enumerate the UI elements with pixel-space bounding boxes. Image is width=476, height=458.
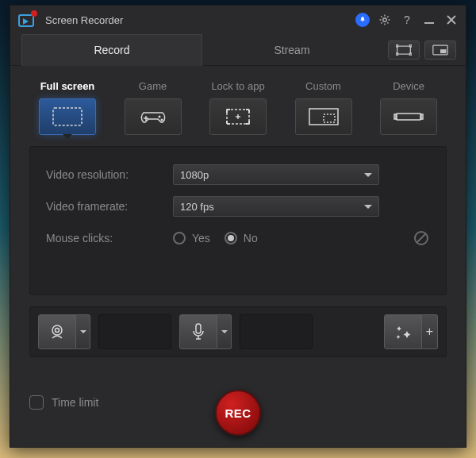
mode-custom[interactable]: Custom [295,80,352,135]
mode-label: Device [393,80,424,92]
mode-label: Game [139,80,167,92]
app-title: Screen Recorder [45,14,348,26]
mode-label: Custom [305,80,341,92]
radio-icon [173,232,186,244]
svg-point-3 [383,18,386,21]
game-icon [125,98,182,135]
effects-button[interactable] [384,314,422,349]
capture-settings-panel: Video resolution: 1080p Video framerate:… [29,146,447,295]
time-limit-label: Time limit [52,396,98,409]
svg-rect-8 [397,46,411,54]
add-overlay-button[interactable]: + [422,314,438,349]
radio-icon [225,232,237,244]
app-logo-icon [17,9,39,31]
mic-level-slot [240,314,313,349]
svg-rect-32 [196,324,201,333]
fullscreen-icon [39,98,96,135]
svg-rect-25 [396,114,421,120]
mode-device[interactable]: Device [380,80,437,135]
record-label: REC [225,406,251,420]
tab-stream[interactable]: Stream [202,34,382,66]
framerate-value: 120 fps [180,201,214,213]
resolution-label: Video resolution: [46,168,173,181]
svg-point-2 [31,10,37,17]
svg-line-29 [417,234,426,243]
tabs-row: Record Stream [10,34,466,66]
close-icon[interactable] [443,12,459,28]
svg-rect-10 [410,44,413,47]
chevron-down-icon [221,330,228,337]
mic-group [179,314,232,349]
mode-label: Full screen [40,80,95,92]
device-icon [380,98,437,135]
svg-rect-15 [53,108,82,125]
svg-rect-24 [324,114,335,122]
mode-fullscreen[interactable]: Full screen [39,80,96,135]
help-icon[interactable]: ? [399,12,415,28]
checkbox-icon [29,395,44,410]
webcam-dropdown[interactable] [76,314,90,349]
framerate-select[interactable]: 120 fps [173,196,379,217]
mouse-clicks-yes[interactable]: Yes [173,232,210,244]
framerate-label: Video framerate: [46,200,173,213]
mic-dropdown[interactable] [217,314,232,349]
mouse-clicks-no[interactable]: No [225,232,258,244]
svg-point-18 [158,116,160,118]
chevron-down-icon [364,173,372,181]
app-window: Screen Recorder ? Record Stream [10,5,466,448]
tab-label: Stream [274,44,309,56]
tab-label: Record [94,44,129,56]
resolution-value: 1080p [180,169,209,181]
custom-icon [295,98,352,135]
tab-record[interactable]: Record [21,34,202,66]
svg-point-30 [52,325,62,335]
mode-label: Lock to app [211,80,264,92]
titlebar-actions: ? [355,12,459,28]
sources-strip: + [29,306,447,357]
preview-mode-button[interactable] [388,40,420,60]
record-button[interactable]: REC [215,390,261,436]
chevron-down-icon [80,330,86,337]
settings-gear-icon[interactable] [377,12,393,28]
svg-rect-11 [396,53,398,56]
svg-marker-1 [23,18,29,25]
svg-text:?: ? [404,13,410,26]
resolution-select[interactable]: 1080p [173,164,379,185]
svg-rect-9 [396,44,398,47]
pip-mode-button[interactable] [424,40,456,60]
time-limit-checkbox[interactable]: Time limit [29,395,98,410]
titlebar: Screen Recorder ? [10,6,466,34]
mode-lock-to-app[interactable]: Lock to app [209,80,267,135]
minimize-icon[interactable] [421,12,437,28]
disabled-icon [413,229,430,247]
radio-label: No [244,232,258,244]
webcam-preview-slot [98,314,171,349]
mouse-clicks-label: Mouse clicks: [46,232,173,244]
notifications-icon[interactable] [355,12,370,28]
mode-game[interactable]: Game [125,80,182,135]
capture-modes: Full screen Game Lock to app Custom Devi… [10,66,466,135]
lock-app-icon [209,98,267,135]
radio-label: Yes [192,232,210,244]
webcam-group [38,314,90,349]
svg-rect-14 [440,49,447,53]
svg-point-31 [56,329,60,333]
webcam-button[interactable] [38,314,76,349]
mic-button[interactable] [179,314,217,349]
svg-rect-12 [410,53,413,56]
chevron-down-icon [364,205,372,213]
svg-point-19 [160,119,163,121]
